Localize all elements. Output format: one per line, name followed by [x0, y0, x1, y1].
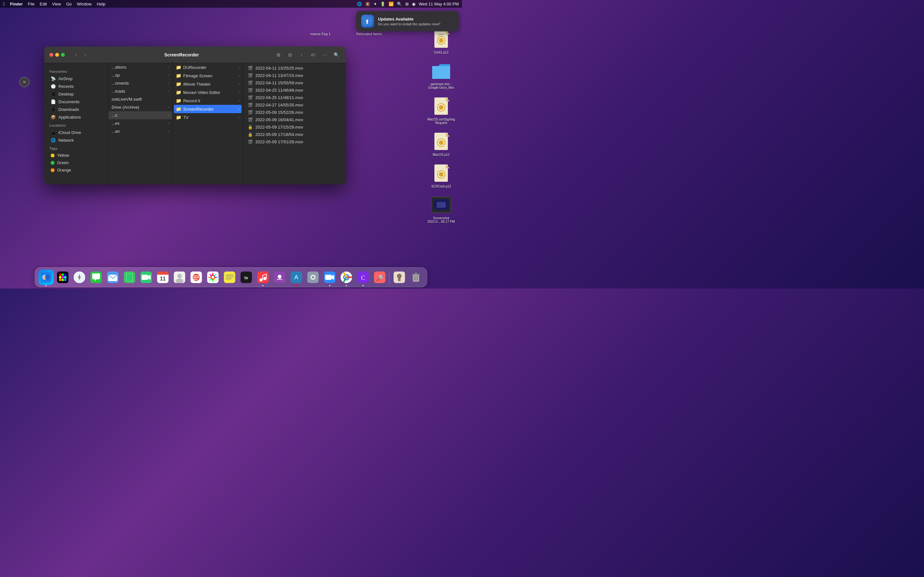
- col2-recordit[interactable]: 📁 Record It ›: [173, 97, 243, 105]
- forward-button[interactable]: ›: [81, 51, 89, 59]
- desktop-icon-screenshot[interactable]: Screenshot2022-0....00.17 PM: [427, 195, 456, 223]
- dock-keychain[interactable]: [392, 269, 407, 285]
- dock-trash[interactable]: [409, 269, 424, 285]
- dock-chrome[interactable]: [339, 269, 354, 285]
- menu-controlcenter-icon[interactable]: ⊞: [405, 2, 409, 6]
- notification-banner[interactable]: ⬆ Updates Available Do you want to insta…: [356, 11, 459, 31]
- go-menu[interactable]: Go: [66, 2, 71, 6]
- dock-safari[interactable]: [72, 269, 87, 285]
- desktop-icon-macos-p12[interactable]: MacOS.p12: [427, 131, 456, 156]
- maximize-button[interactable]: [61, 53, 65, 57]
- sidebar-tag-green[interactable]: Green: [45, 159, 107, 166]
- col2-tv[interactable]: 📁 TV ›: [173, 113, 243, 121]
- col1-arrow-5: ›: [168, 105, 169, 109]
- view-columns-button[interactable]: ⊞: [274, 50, 283, 59]
- sidebar-item-documents[interactable]: 📄 Documents: [45, 98, 107, 105]
- apple-menu[interactable]: : [3, 1, 5, 6]
- dock-contacts[interactable]: [172, 269, 187, 285]
- desktop-icon-certi1[interactable]: CERT Certi1.p12: [427, 29, 456, 54]
- dock-finder[interactable]: [39, 269, 54, 285]
- dock-raycast[interactable]: 🔎: [372, 269, 388, 285]
- window-menu[interactable]: Window: [77, 2, 92, 6]
- dock-appstore[interactable]: A: [289, 269, 304, 285]
- dock-mail[interactable]: [105, 269, 121, 285]
- dock-zoom[interactable]: [322, 269, 338, 285]
- detail-item-7[interactable]: 🎬 2022-05-09 16/04/41.mov: [243, 116, 346, 123]
- share-button[interactable]: ↑: [297, 50, 306, 59]
- sidebar-item-applications[interactable]: 📦 Applications: [45, 113, 107, 121]
- help-menu[interactable]: Help: [97, 2, 105, 6]
- sidebar-tag-orange[interactable]: Orange: [45, 166, 107, 174]
- svg-text:⬆: ⬆: [365, 19, 370, 25]
- dock-messages[interactable]: [89, 269, 104, 285]
- col1-item-1[interactable]: ...op ›: [108, 71, 172, 79]
- sidebar-tag-yellow[interactable]: Yellow: [45, 152, 107, 159]
- detail-item-8[interactable]: 🔒 2022-05-09 17/15/29.mov: [243, 123, 346, 131]
- minimize-button[interactable]: [55, 53, 59, 57]
- desktop-label-relocated[interactable]: Relocated Items: [357, 32, 382, 36]
- more-button[interactable]: ···: [320, 50, 329, 59]
- dock-notes[interactable]: [222, 269, 237, 285]
- detail-item-4[interactable]: 🎬 2022-04-25 11/48/11.mov: [243, 94, 346, 101]
- view-icon-button[interactable]: ⊟: [286, 50, 294, 59]
- sidebar-item-icloud[interactable]: ☁ iCloud Drive: [45, 129, 107, 136]
- detail-item-6[interactable]: 🎬 2022-05-09 15/52/26.mov: [243, 109, 346, 116]
- col1-item-2[interactable]: ...nments ›: [108, 79, 172, 87]
- col1-item-7[interactable]: ...es ›: [108, 119, 172, 127]
- col2-durecorder[interactable]: 📁 DURecorder ›: [173, 63, 243, 71]
- col2-movavi[interactable]: 📁 Movavi Video Editor ›: [173, 88, 243, 97]
- col1-item-8[interactable]: ...an ›: [108, 127, 172, 135]
- col2-filmage[interactable]: 📁 Filmage Screen ›: [173, 71, 243, 80]
- sidebar-item-network[interactable]: 🌐 Network: [45, 136, 107, 144]
- dock-maps[interactable]: [122, 269, 137, 285]
- dock-launchpad[interactable]: [55, 269, 71, 285]
- toolbar-nav: ‹ ›: [73, 51, 89, 59]
- edit-menu[interactable]: Edit: [40, 2, 47, 6]
- menu-siri-icon[interactable]: ◉: [412, 2, 415, 6]
- detail-item-2[interactable]: 🎬 2022-04-11 15/55/59.mov: [243, 79, 346, 87]
- desktop-icon-scr-certi[interactable]: SCRCerti.p12: [427, 163, 456, 188]
- col1-item-0[interactable]: ...ations ›: [108, 63, 172, 71]
- detail-item-5[interactable]: 🎬 2022-04-27 14/55/35.mov: [243, 101, 346, 109]
- tags-button[interactable]: 🏷: [309, 50, 318, 59]
- finder-menu[interactable]: Finder: [10, 2, 23, 6]
- screenshot-icon: [431, 195, 451, 215]
- col2-imovie[interactable]: 📁 iMovie Theater ›: [173, 80, 243, 88]
- col2-screenrecorder[interactable]: 📁 ScreenRecorder ›: [174, 105, 242, 113]
- sidebar-item-recents[interactable]: 🕐 Recents: [45, 82, 107, 90]
- sidebar-item-airdrop[interactable]: 📡 AirDrop: [45, 75, 107, 82]
- menu-search-icon[interactable]: 🔍: [397, 2, 402, 6]
- desktop-icon-gamesee[interactable]: gamesee doc -Google Docs_files: [427, 61, 456, 89]
- col1-item-6[interactable]: ...s ›: [108, 111, 172, 119]
- dock-music[interactable]: [255, 269, 271, 285]
- sidebar-item-desktop[interactable]: 🖥 Desktop: [45, 90, 107, 98]
- col2-arrow-5: ›: [239, 107, 240, 111]
- col1-item-4[interactable]: ookLiveVM.swift: [108, 95, 172, 103]
- close-button[interactable]: [49, 53, 53, 57]
- dock-appletv[interactable]: tv: [239, 269, 254, 285]
- dock-podcasts[interactable]: [272, 269, 288, 285]
- dock-canva[interactable]: C: [355, 269, 371, 285]
- file-menu[interactable]: File: [28, 2, 35, 6]
- dock-facetime[interactable]: [139, 269, 154, 285]
- dock-reminders[interactable]: [189, 269, 204, 285]
- mov-icon-3: 🎬: [248, 88, 253, 93]
- col1-item-3[interactable]: ...loads ›: [108, 87, 172, 95]
- view-menu[interactable]: View: [52, 2, 61, 6]
- close-overlay-button[interactable]: ✕: [19, 77, 29, 87]
- dock-photos[interactable]: [205, 269, 221, 285]
- detail-item-9[interactable]: 🔒 2022-05-09 17/18/54.mov: [243, 131, 346, 138]
- detail-item-3[interactable]: 🎬 2022-04-25 11/46/49.mov: [243, 87, 346, 94]
- traffic-lights: [49, 53, 65, 57]
- detail-item-10[interactable]: 🎬 2022-05-09 17/51/28.mov: [243, 138, 346, 145]
- sidebar-item-downloads[interactable]: ⬇ Downloads: [45, 105, 107, 113]
- search-button[interactable]: 🔍: [332, 50, 341, 59]
- col1-item-5[interactable]: Drive (Archive) ›: [108, 103, 172, 111]
- detail-item-0[interactable]: 🎬 2022-04-11 13/25/25.mov: [243, 64, 346, 72]
- back-button[interactable]: ‹: [73, 51, 80, 59]
- detail-item-1[interactable]: 🎬 2022-04-11 13/47/15.mov: [243, 72, 346, 79]
- dock-system-prefs[interactable]: [305, 269, 321, 285]
- desktop-icon-signing-req[interactable]: MacOS.certSigningRequest: [427, 96, 456, 125]
- desktop-label-macos-faq[interactable]: macos Faq 1: [310, 32, 331, 36]
- dock-calendar[interactable]: 11: [155, 269, 171, 285]
